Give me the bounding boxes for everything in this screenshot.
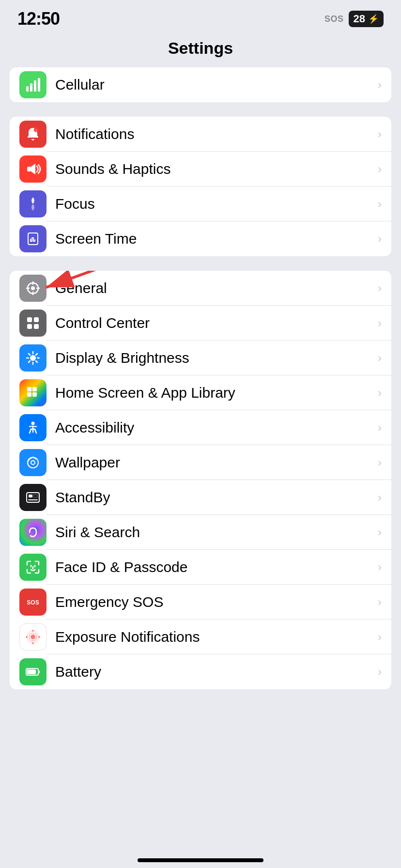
svg-line-28 xyxy=(36,354,37,355)
exposure-icon xyxy=(19,623,46,651)
svg-line-26 xyxy=(29,354,30,355)
svg-rect-18 xyxy=(34,317,39,322)
svg-rect-6 xyxy=(27,167,31,171)
accessibility-label: Accessibility xyxy=(55,419,374,436)
svg-point-37 xyxy=(28,457,38,468)
settings-row-wallpaper[interactable]: Wallpaper › xyxy=(10,445,391,480)
svg-line-29 xyxy=(29,361,30,362)
general-chevron: › xyxy=(378,281,382,295)
settings-row-sounds[interactable]: Sounds & Haptics › xyxy=(10,152,391,186)
svg-rect-41 xyxy=(33,495,37,497)
svg-point-51 xyxy=(38,636,40,638)
settings-group-general: General › Control Center › xyxy=(10,271,391,689)
battery-indicator: 28 ⚡ xyxy=(349,11,384,27)
svg-line-36 xyxy=(35,429,36,433)
control-center-label: Control Center xyxy=(55,315,374,331)
settings-group-notifications: ! Notifications › Sounds & Haptics › Foc… xyxy=(10,117,391,256)
siri-chevron: › xyxy=(378,526,382,539)
settings-row-accessibility[interactable]: Accessibility › xyxy=(10,410,391,445)
standby-chevron: › xyxy=(378,491,382,504)
general-icon xyxy=(19,275,46,302)
svg-line-35 xyxy=(30,429,31,433)
page-title: Settings xyxy=(0,34,401,67)
settings-row-focus[interactable]: Focus › xyxy=(10,186,391,221)
svg-rect-56 xyxy=(27,669,36,674)
face-id-label: Face ID & Passcode xyxy=(55,559,374,575)
svg-rect-30 xyxy=(27,387,31,391)
exposure-chevron: › xyxy=(378,630,382,644)
svg-text:SOS: SOS xyxy=(27,599,39,606)
accessibility-chevron: › xyxy=(378,421,382,434)
svg-rect-19 xyxy=(27,324,32,329)
battery-chevron: › xyxy=(378,665,382,679)
emergency-sos-icon: SOS xyxy=(19,589,46,616)
standby-label: StandBy xyxy=(55,489,374,506)
settings-row-face-id[interactable]: Face ID & Passcode › xyxy=(10,550,391,585)
siri-label: Siri & Search xyxy=(55,524,374,541)
cellular-chevron: › xyxy=(378,78,382,92)
annotation-arrow xyxy=(10,271,126,290)
status-bar: 12:50 SOS 28 ⚡ xyxy=(0,0,401,34)
home-screen-label: Home Screen & App Library xyxy=(55,385,374,401)
settings-row-exposure[interactable]: Exposure Notifications › xyxy=(10,620,391,654)
cellular-icon xyxy=(19,71,46,98)
svg-rect-40 xyxy=(29,495,32,497)
emergency-sos-label: Emergency SOS xyxy=(55,594,374,610)
battery-level: 28 xyxy=(354,13,365,25)
svg-point-34 xyxy=(31,422,35,425)
svg-line-27 xyxy=(36,361,37,362)
face-id-icon xyxy=(19,554,46,581)
settings-row-emergency-sos[interactable]: SOS Emergency SOS › xyxy=(10,585,391,620)
svg-marker-7 xyxy=(31,164,35,174)
screen-time-icon xyxy=(19,225,46,252)
display-icon xyxy=(19,344,46,372)
svg-rect-0 xyxy=(26,86,29,92)
screen-time-chevron: › xyxy=(378,232,382,246)
settings-row-display[interactable]: Display & Brightness › xyxy=(10,341,391,375)
standby-icon xyxy=(19,484,46,511)
svg-point-53 xyxy=(32,642,34,644)
svg-rect-20 xyxy=(34,324,39,329)
focus-icon xyxy=(19,190,46,217)
svg-rect-1 xyxy=(30,83,32,92)
svg-point-50 xyxy=(26,636,28,638)
focus-label: Focus xyxy=(55,196,374,212)
notifications-label: Notifications xyxy=(55,126,374,142)
settings-row-general[interactable]: General › xyxy=(10,271,391,306)
settings-row-siri[interactable]: Siri & Search › xyxy=(10,515,391,550)
settings-row-battery[interactable]: Battery › xyxy=(10,654,391,689)
svg-point-38 xyxy=(31,461,35,465)
sos-badge: SOS xyxy=(324,14,344,24)
focus-chevron: › xyxy=(378,197,382,211)
control-center-icon xyxy=(19,310,46,337)
settings-row-control-center[interactable]: Control Center › xyxy=(10,306,391,341)
home-screen-icon xyxy=(19,379,46,406)
settings-group-cellular: Cellular › xyxy=(10,67,391,102)
settings-row-screen-time[interactable]: Screen Time › xyxy=(10,221,391,256)
control-center-chevron: › xyxy=(378,316,382,330)
svg-point-12 xyxy=(31,286,35,290)
notifications-chevron: › xyxy=(378,127,382,141)
face-id-chevron: › xyxy=(378,560,382,574)
svg-rect-32 xyxy=(27,392,31,397)
svg-rect-3 xyxy=(38,78,40,92)
accessibility-icon xyxy=(19,414,46,441)
sounds-icon xyxy=(19,155,46,183)
general-label: General xyxy=(55,280,374,296)
svg-line-10 xyxy=(46,271,144,287)
settings-row-standby[interactable]: StandBy › xyxy=(10,480,391,515)
display-chevron: › xyxy=(378,351,382,365)
svg-rect-33 xyxy=(32,392,37,397)
screen-time-label: Screen Time xyxy=(55,231,374,247)
settings-row-notifications[interactable]: ! Notifications › xyxy=(10,117,391,152)
sounds-chevron: › xyxy=(378,162,382,176)
svg-point-52 xyxy=(32,630,34,632)
settings-row-home-screen[interactable]: Home Screen & App Library › xyxy=(10,375,391,410)
settings-row-cellular[interactable]: Cellular › xyxy=(10,67,391,102)
svg-rect-31 xyxy=(32,387,37,391)
wallpaper-chevron: › xyxy=(378,456,382,469)
svg-point-47 xyxy=(31,635,35,639)
svg-rect-17 xyxy=(27,317,32,322)
svg-rect-2 xyxy=(34,80,36,92)
siri-icon xyxy=(19,519,46,546)
